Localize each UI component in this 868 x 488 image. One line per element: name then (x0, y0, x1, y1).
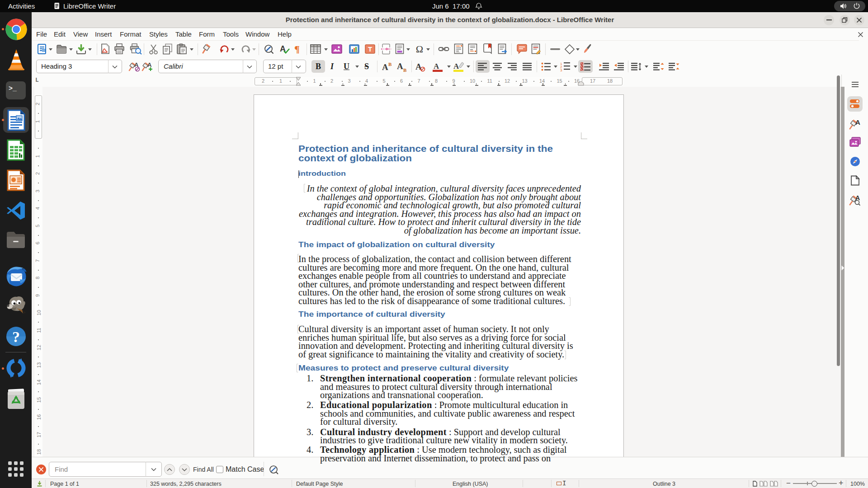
svg-text:A: A (382, 62, 388, 71)
svg-text:?: ? (12, 328, 20, 345)
svg-text:B: B (388, 61, 392, 67)
svg-text:>_: >_ (9, 85, 17, 93)
svg-text:A: A (434, 62, 439, 70)
svg-text:A: A (453, 62, 459, 70)
svg-text:A: A (147, 61, 152, 68)
svg-text:¶: ¶ (294, 43, 300, 55)
svg-text:A: A (855, 118, 860, 126)
svg-text:A: A (397, 61, 403, 71)
svg-text:T: T (368, 45, 372, 53)
svg-text:3: 3 (560, 68, 562, 71)
svg-text:B: B (403, 67, 407, 72)
svg-text:Ω: Ω (416, 43, 423, 55)
